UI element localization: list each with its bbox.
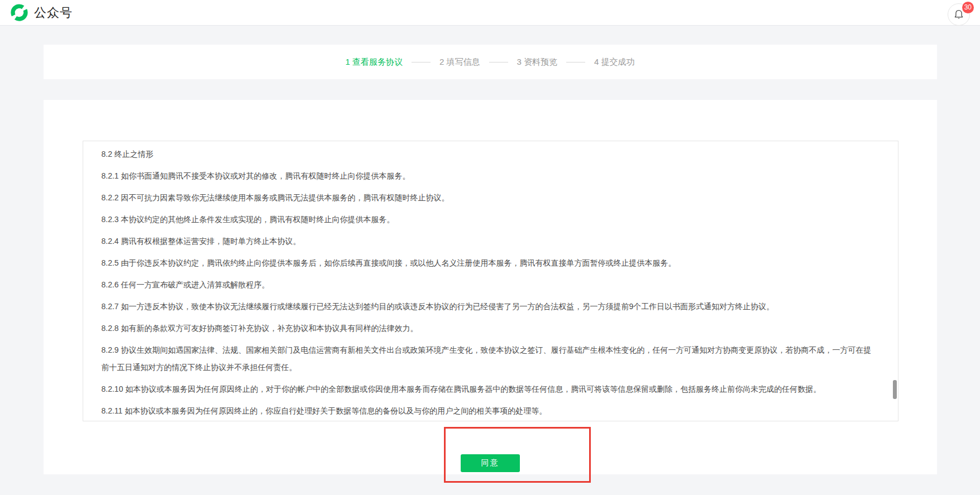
registration-stepper: 1 查看服务协议 2 填写信息 3 资料预览 4 提交成功: [44, 45, 937, 79]
step-separator: [412, 62, 431, 63]
agreement-paragraph: 8.2.6 任何一方宣布破产或进入清算或解散程序。: [102, 276, 876, 294]
agreement-paragraph: 8.2.2 因不可抗力因素导致你无法继续使用本服务或腾讯无法提供本服务的，腾讯有…: [102, 189, 876, 206]
agreement-paragraph: 8.2.8 如有新的条款双方可友好协商签订补充协议，补充协议和本协议具有同样的法…: [102, 320, 876, 337]
step-2-fill-info: 2 填写信息: [439, 57, 480, 68]
notifications-button[interactable]: 30: [948, 3, 970, 26]
agreement-paragraph: 8.2.1 如你书面通知腾讯不接受本协议或对其的修改，腾讯有权随时终止向你提供本…: [102, 167, 876, 185]
scrollbar-thumb[interactable]: [893, 380, 897, 399]
agreement-scroll-area[interactable]: 8.2 终止之情形8.2.1 如你书面通知腾讯不接受本协议或对其的修改，腾讯有权…: [83, 141, 898, 421]
notification-count-badge: 30: [962, 2, 974, 13]
agree-button[interactable]: 同意: [461, 454, 520, 472]
agreement-card: 8.2 终止之情形8.2.1 如你书面通知腾讯不接受本协议或对其的修改，腾讯有权…: [44, 100, 937, 474]
agreement-paragraph: 8.2.9 协议生效期间如遇国家法律、法规、国家相关部门及电信运营商有新相关文件…: [102, 342, 876, 376]
agreement-paragraph: 8.2 终止之情形: [102, 146, 876, 163]
agreement-paragraph: 8.2.11 如本协议或本服务因为任何原因终止的，你应自行处理好关于数据等信息的…: [102, 402, 876, 420]
agreement-paragraph: 8.2.3 本协议约定的其他终止条件发生或实现的，腾讯有权随时终止向你提供本服务…: [102, 211, 876, 228]
wechat-logo-icon: [10, 3, 28, 22]
step-separator: [566, 62, 585, 63]
agreement-paragraph: 8.2.5 由于你违反本协议约定，腾讯依约终止向你提供本服务后，如你后续再直接或…: [102, 254, 876, 272]
step-separator: [489, 62, 508, 63]
step-3-preview: 3 资料预览: [517, 57, 558, 68]
app-header: 公众号 30: [0, 0, 980, 26]
agreement-paragraph: 8.2.4 腾讯有权根据整体运营安排，随时单方终止本协议。: [102, 233, 876, 250]
app-title: 公众号: [34, 4, 73, 21]
step-1-view-agreement: 1 查看服务协议: [345, 57, 403, 68]
agreement-paragraph: 8.2.7 如一方违反本协议，致使本协议无法继续履行或继续履行已经无法达到签约目…: [102, 298, 876, 315]
agreement-paragraph: 8.2.10 如本协议或本服务因为任何原因终止的，对于你的帐户中的全部数据或你因…: [102, 381, 876, 398]
step-4-success: 4 提交成功: [594, 57, 635, 68]
action-row: 同意: [44, 454, 937, 472]
wechat-official-accounts-logo[interactable]: 公众号: [10, 3, 73, 22]
